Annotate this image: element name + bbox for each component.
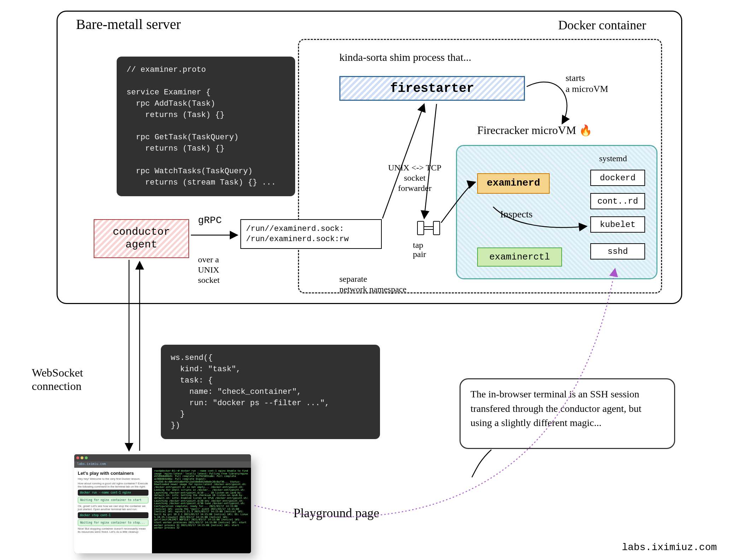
minimize-dot-icon [81,456,83,459]
browser-terminal-panel: root@docker-01:~# docker run --name cont… [152,468,251,553]
browser-url-bar: labs.iximiu.com [74,461,251,468]
browser-instructions-panel: Let's play with containers Hey hey! Welc… [74,468,152,553]
lesson-title: Let's play with containers [78,471,148,476]
heart-icon: 🔥 [579,124,592,136]
docker-title: Docker container [558,18,646,33]
close-dot-icon [76,456,79,459]
lesson-text: Hey hey! Welcome to the very first Docke… [78,477,148,480]
websocket-code-block: ws.send({ kind: "task", task: { name: "c… [161,345,380,439]
browser-screenshot: labs.iximiu.com Let's play with containe… [74,454,251,553]
separate-namespace-label: separatenetwork namespace [339,274,407,294]
inspects-label: Inspects [500,209,533,220]
websocket-connection-label: WebSocketconnection [32,366,83,393]
conductor-agent-box: conductoragent [94,219,189,258]
lesson-text: Ok, great! Let's see how we can stop the… [78,504,148,511]
firestarter-box: firestarter [339,76,525,101]
over-unix-label: over aUNIXsocket [198,255,220,285]
lesson-text: How about running a good old nginx conta… [78,482,148,488]
service-sshd-box: sshd [590,243,645,259]
lesson-text: Nice! But stopping container doesn't nec… [78,527,148,533]
waiting-chip: Waiting for nginx container to stop... [78,519,148,526]
command-chip: docker run --name cont-1 nginx [78,490,148,496]
server-title: Bare-metall server [76,16,181,33]
systemd-label: systemd [599,154,627,163]
browser-tabbar [74,454,251,461]
socket-path-box: /run//examinerd.sock:/run/examinerd.sock… [240,219,382,249]
service-dockerd-box: dockerd [590,170,645,186]
firecracker-title: Firecracker microVM 🔥 [477,124,592,137]
examinerd-box: examinerd [477,173,550,194]
maximize-dot-icon [85,456,88,459]
tap-pair-label: tappair [413,240,426,259]
footer-url: labs.iximiuz.com [622,542,717,553]
proto-code-block: // examiner.proto service Examiner { rpc… [117,57,295,196]
command-chip: docker stop cont-1 [78,512,148,518]
tap-left-icon [417,221,424,235]
service-kubelet-box: kubelet [590,216,645,233]
waiting-chip: Waiting for nginx container to start [78,497,148,503]
socket-forwarder-label: UNIX <-> TCPsocketforwarder [388,163,441,193]
tap-right-icon [433,221,440,235]
ssh-callout-bubble: The in-browser terminal is an SSH sessio… [460,378,675,449]
service-containerd-box: cont..rd [590,193,645,209]
tap-link-icon [424,226,433,230]
playground-page-label: Playground page [293,506,379,520]
grpc-label: gRPC [198,215,222,226]
kinda-sorta-label: kinda-sorta shim process that... [339,51,471,63]
starts-microvm-label: startsa microVM [566,72,608,94]
examinerctl-box: examinerctl [477,247,562,267]
